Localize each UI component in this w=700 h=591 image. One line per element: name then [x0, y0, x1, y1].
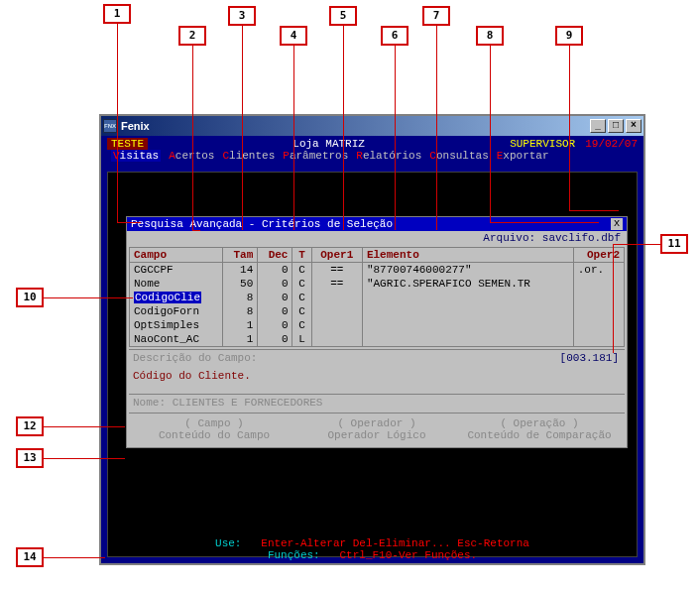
annotation-10: 10 [16, 288, 44, 307]
file-label: Arquivo: [483, 232, 535, 244]
annotation-9: 9 [555, 26, 583, 46]
footer-columns: ( Campo )Conteúdo do Campo( Operador )Op… [129, 413, 625, 445]
dialog-titlebar[interactable]: Pesquisa Avançada - Critérios de Seleção… [127, 217, 627, 231]
status-use-label: Use: [215, 537, 241, 549]
table-row[interactable]: CodigoClie80C [130, 291, 624, 304]
date-label: 19/02/07 [585, 138, 638, 150]
client-area: Pesquisa Avançada - Critérios de Seleção… [107, 172, 638, 557]
header-row: TESTE Loja MATRIZ SUPERVISOR 19/02/07 [101, 136, 643, 150]
table-row[interactable]: CodigoForn80C [130, 304, 624, 318]
record-index: [003.181] [560, 352, 619, 364]
table-row[interactable]: Nome500C=="AGRIC.SPERAFICO SEMEN.TR [130, 277, 624, 291]
annotation-2: 2 [178, 26, 206, 46]
file-value: savclifo.dbf [542, 232, 621, 244]
description-box: [003.181] Descrição do Campo: Código do … [129, 349, 625, 392]
name-value: CLIENTES E FORNECEDORES [173, 397, 323, 409]
annotation-14: 14 [16, 547, 44, 567]
annotation-11: 11 [660, 234, 688, 254]
mode-badge: TESTE [107, 138, 148, 150]
titlebar[interactable]: FNX Fenix _ □ × [101, 116, 643, 136]
app-icon: FNX [103, 119, 117, 133]
annotation-13: 13 [16, 448, 44, 468]
app-body: TESTE Loja MATRIZ SUPERVISOR 19/02/07 Vi… [101, 136, 643, 563]
dialog-close-icon[interactable]: x [611, 218, 623, 230]
name-label: Nome: [133, 397, 166, 409]
name-row: Nome: CLIENTES E FORNECEDORES [129, 394, 625, 411]
description-value: Código do Cliente. [133, 370, 621, 382]
col-tam[interactable]: Tam [223, 248, 258, 263]
col-elemento[interactable]: Elemento [362, 248, 573, 263]
table-row[interactable]: OptSimples10C [130, 318, 624, 332]
menu-item[interactable]: Consultas [429, 150, 488, 162]
file-row: Arquivo: savclifo.dbf [127, 231, 627, 245]
annotation-6: 6 [381, 26, 408, 46]
col-dec[interactable]: Dec [258, 248, 292, 263]
footer-col: ( Operação )Conteúdo de Comparação [458, 417, 621, 441]
menu-item[interactable]: Visitas [111, 150, 161, 162]
criteria-grid[interactable]: Campo Tam Dec T Oper1 Elemento Oper2 CGC… [129, 247, 625, 347]
statusbar: Use: Enter-Alterar Del-Eliminar... Esc-R… [101, 537, 643, 561]
close-button[interactable]: × [626, 119, 642, 133]
annotation-3: 3 [228, 6, 256, 26]
footer-col: ( Campo )Conteúdo do Campo [133, 417, 295, 441]
dialog-title: Pesquisa Avançada - Critérios de Seleção [131, 218, 611, 230]
annotation-8: 8 [476, 26, 504, 46]
footer-col: ( Operador )Operador Lógico [295, 417, 458, 441]
status-func-keys: Ctrl_F10-Ver Funções. [340, 549, 478, 561]
maximize-button[interactable]: □ [608, 119, 624, 133]
table-row[interactable]: NaoCont_AC10L [130, 332, 624, 346]
menu-item[interactable]: Relatórios [356, 150, 421, 162]
menu-item[interactable]: Clientes [222, 150, 275, 162]
annotation-4: 4 [280, 26, 307, 46]
status-func-label: Funções: [268, 549, 320, 561]
description-label: Descrição do Campo: [133, 352, 621, 364]
menubar[interactable]: VisitasAcertosClientesParâmetrosRelatóri… [101, 150, 643, 164]
status-use-keys: Enter-Alterar Del-Eliminar... Esc-Retorn… [261, 537, 529, 549]
search-dialog: Pesquisa Avançada - Critérios de Seleção… [126, 216, 628, 448]
window-title: Fenix [121, 120, 588, 132]
col-t[interactable]: T [292, 248, 311, 263]
annotation-7: 7 [422, 6, 450, 26]
annotation-12: 12 [16, 416, 44, 436]
table-row[interactable]: CGCCPF140C=="87700746000277".or. [130, 263, 624, 278]
col-campo[interactable]: Campo [130, 248, 223, 263]
col-oper2[interactable]: Oper2 [573, 248, 624, 263]
annotation-5: 5 [329, 6, 357, 26]
minimize-button[interactable]: _ [590, 119, 606, 133]
store-name: Loja MATRIZ [148, 138, 510, 150]
annotation-1: 1 [103, 4, 131, 24]
app-window: FNX Fenix _ □ × TESTE Loja MATRIZ SUPERV… [99, 114, 645, 565]
col-oper1[interactable]: Oper1 [311, 248, 362, 263]
role-label: SUPERVISOR [510, 138, 575, 150]
menu-item[interactable]: Exportar [497, 150, 549, 162]
